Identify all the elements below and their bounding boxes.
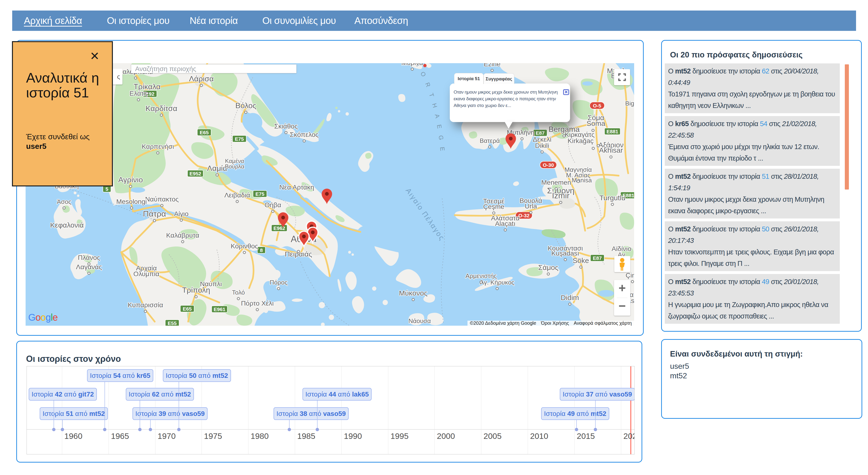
svg-text:Ναύπακτος: Ναύπακτος: [145, 196, 179, 203]
svg-text:Πλάνος: Πλάνος: [78, 254, 100, 261]
svg-text:Καρδίτσα: Καρδίτσα: [145, 104, 177, 113]
svg-text:Alaçatı: Alaçatı: [495, 220, 516, 227]
svg-text:Νέα Αρτάκη: Νέα Αρτάκη: [279, 183, 314, 191]
svg-text:Λειβαδιά: Λειβαδιά: [224, 191, 250, 199]
svg-text:Αρμενιστής: Αρμενιστής: [466, 272, 497, 279]
svg-text:Νάουσα: Νάουσα: [408, 317, 431, 325]
svg-text:Çine: Çine: [625, 272, 634, 279]
svg-text:E75: E75: [235, 136, 244, 142]
svg-text:E87: E87: [536, 130, 545, 136]
svg-text:Söke: Söke: [573, 257, 589, 264]
svg-text:8: 8: [260, 247, 263, 253]
svg-text:5: 5: [105, 186, 108, 192]
svg-text:Σκιάθος: Σκιάθος: [274, 122, 298, 130]
svg-text:E952: E952: [189, 171, 201, 176]
svg-text:Dikili: Dikili: [535, 142, 549, 149]
svg-text:Πάτρα: Πάτρα: [143, 209, 166, 218]
svg-text:Πόρτο Χέλι: Πόρτο Χέλι: [241, 300, 274, 307]
svg-text:O-32: O-32: [519, 213, 530, 218]
svg-text:Κόρινθος: Κόρινθος: [231, 242, 258, 250]
svg-text:Θήβα: Θήβα: [265, 201, 281, 209]
svg-text:O-30: O-30: [543, 162, 554, 168]
svg-text:E961: E961: [214, 306, 225, 312]
svg-text:Çeşme: Çeşme: [483, 203, 504, 210]
svg-text:Καρπενήσι: Καρπενήσι: [142, 143, 174, 150]
svg-text:Turgutlu: Turgutlu: [599, 194, 625, 202]
svg-text:Urla: Urla: [525, 203, 537, 210]
svg-text:E65: E65: [200, 130, 209, 135]
svg-text:E881: E881: [607, 129, 618, 134]
svg-text:Κεφαλονιά: Κεφαλονιά: [50, 221, 84, 229]
svg-text:Didim: Didim: [561, 294, 579, 301]
svg-text:E87: E87: [593, 255, 601, 261]
svg-text:Menemen: Menemen: [541, 179, 571, 186]
svg-text:Βούρλα: Βούρλα: [225, 163, 244, 170]
svg-text:Λάρισα: Λάρισα: [189, 75, 214, 83]
svg-text:Ezine: Ezine: [484, 63, 500, 68]
svg-text:E65: E65: [183, 306, 192, 311]
svg-text:Σάμος: Σάμος: [538, 264, 558, 271]
svg-text:Βατερά: Βατερά: [480, 137, 500, 144]
svg-text:Άσος: Άσος: [57, 198, 71, 205]
svg-text:Kirkağaç: Kirkağaç: [568, 137, 594, 145]
svg-text:Πόρος: Πόρος: [270, 279, 287, 286]
svg-text:Mesolongi: Mesolongi: [116, 198, 147, 205]
svg-text:O-5: O-5: [593, 103, 601, 109]
svg-text:Λαμία: Λαμία: [207, 164, 227, 173]
svg-text:Μύρινα: Μύρινα: [401, 63, 423, 66]
svg-text:Akhisar: Akhisar: [599, 146, 623, 154]
svg-text:İzmir: İzmir: [552, 191, 569, 200]
svg-text:Τολό: Τολό: [232, 289, 245, 296]
svg-text:Σκόπελος: Σκόπελος: [290, 131, 319, 138]
svg-text:Αγρίνιο: Αγρίνιο: [118, 175, 143, 184]
svg-text:E55: E55: [167, 320, 177, 326]
svg-text:Βόλος: Βόλος: [235, 101, 256, 110]
svg-text:Ελάτη: Ελάτη: [129, 90, 147, 97]
svg-text:Kuşadası: Kuşadası: [551, 249, 579, 257]
svg-text:Soma: Soma: [587, 119, 606, 127]
svg-text:Big.: Big.: [625, 100, 634, 107]
svg-text:Ναύπλι: Ναύπλι: [200, 280, 222, 288]
svg-text:E75: E75: [255, 191, 265, 197]
svg-text:Μύκονος: Μύκονος: [399, 289, 428, 297]
svg-text:Ολυμπία: Ολυμπία: [133, 270, 159, 277]
svg-text:Αίγιο: Αίγιο: [174, 210, 189, 217]
svg-text:Κυπαρισσία: Κυπαρισσία: [128, 301, 163, 309]
svg-text:Καλάβρυτα: Καλάβρυτα: [166, 232, 199, 239]
svg-text:Αγ. Κήρυκος: Αγ. Κήρυκος: [480, 279, 515, 286]
svg-text:Μ. Ασίας: Μ. Ασίας: [566, 172, 590, 179]
